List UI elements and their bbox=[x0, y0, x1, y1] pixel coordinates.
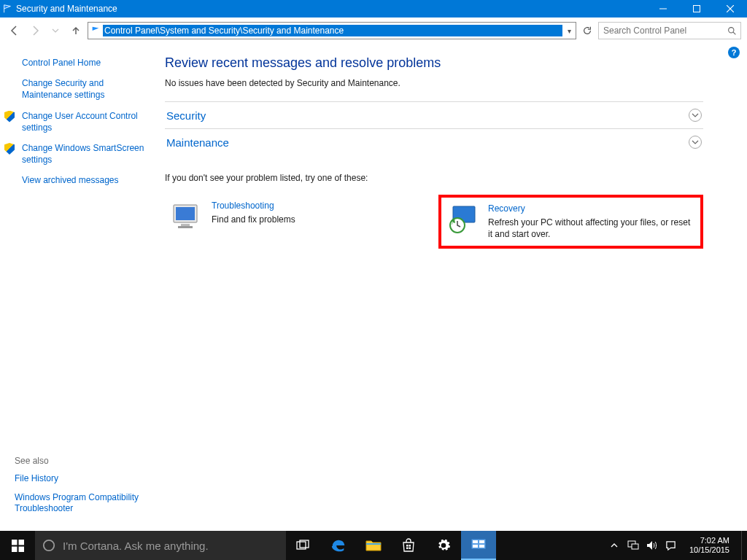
show-desktop-button[interactable] bbox=[741, 531, 746, 560]
troubleshooting-icon bbox=[171, 201, 203, 233]
sidebar: Control Panel Home Change Security and M… bbox=[0, 44, 158, 531]
taskbar-pinned bbox=[286, 531, 496, 560]
close-button[interactable] bbox=[713, 0, 747, 18]
taskbar-search[interactable]: I'm Cortana. Ask me anything. bbox=[35, 531, 286, 560]
search-input[interactable] bbox=[599, 26, 723, 36]
svg-point-4 bbox=[728, 27, 733, 32]
recovery-icon bbox=[447, 203, 479, 236]
address-dropdown[interactable]: ▾ bbox=[562, 27, 576, 35]
address-path[interactable]: Control Panel\System and Security\Securi… bbox=[103, 25, 562, 36]
svg-rect-15 bbox=[18, 546, 23, 551]
store-icon[interactable] bbox=[391, 531, 426, 560]
minimize-button[interactable] bbox=[646, 0, 680, 18]
svg-rect-28 bbox=[479, 545, 484, 548]
settings-icon[interactable] bbox=[426, 531, 461, 560]
edge-icon[interactable] bbox=[321, 531, 356, 560]
tile-recovery-link[interactable]: Recovery bbox=[488, 203, 525, 214]
task-view-button[interactable] bbox=[286, 531, 321, 560]
help-icon[interactable]: ? bbox=[728, 47, 740, 58]
svg-rect-22 bbox=[406, 548, 409, 550]
action-center-icon[interactable] bbox=[665, 540, 678, 551]
sidebar-item-change-settings[interactable]: Change Security and Maintenance settings bbox=[15, 77, 149, 101]
clock[interactable]: 7:02 AM 10/15/2015 bbox=[684, 536, 735, 554]
svg-rect-30 bbox=[632, 544, 638, 549]
page-subtext: No issues have been detected by Security… bbox=[165, 78, 703, 88]
svg-rect-9 bbox=[178, 226, 193, 228]
address-bar[interactable]: Control Panel\System and Security\Securi… bbox=[88, 22, 576, 39]
maximize-button[interactable] bbox=[680, 0, 713, 18]
sidebar-item-uac[interactable]: Change User Account Control settings bbox=[15, 110, 149, 133]
back-button[interactable] bbox=[6, 22, 23, 39]
svg-rect-26 bbox=[479, 540, 484, 543]
window-titlebar: Security and Maintenance bbox=[0, 0, 747, 18]
forward-button[interactable] bbox=[26, 22, 44, 39]
tray-overflow-icon[interactable] bbox=[608, 542, 621, 549]
sidebar-item-smartscreen[interactable]: Change Windows SmartScreen settings bbox=[15, 142, 149, 166]
svg-rect-25 bbox=[473, 540, 478, 543]
section-security[interactable]: Security bbox=[165, 101, 703, 128]
try-header: If you don't see your problem listed, tr… bbox=[165, 173, 703, 183]
section-maintenance[interactable]: Maintenance bbox=[165, 128, 703, 155]
svg-rect-13 bbox=[18, 540, 23, 545]
svg-rect-14 bbox=[12, 546, 17, 551]
svg-rect-27 bbox=[473, 545, 478, 548]
content-area: ? Control Panel Home Change Security and… bbox=[0, 44, 747, 531]
chevron-down-icon bbox=[689, 109, 702, 122]
see-also-header: See also bbox=[15, 456, 146, 466]
system-tray: 7:02 AM 10/15/2015 bbox=[608, 531, 747, 560]
svg-point-16 bbox=[44, 540, 54, 551]
start-button[interactable] bbox=[0, 531, 35, 560]
cortana-icon bbox=[42, 539, 55, 552]
tile-recovery-desc: Refresh your PC without affecting your f… bbox=[488, 217, 694, 240]
location-icon bbox=[88, 26, 103, 36]
main-panel: Review recent messages and resolve probl… bbox=[158, 44, 747, 531]
tile-troubleshooting[interactable]: Troubleshooting Find and fix problems bbox=[165, 195, 424, 249]
section-security-label: Security bbox=[166, 109, 206, 122]
refresh-button[interactable] bbox=[579, 23, 595, 39]
svg-rect-1 bbox=[694, 6, 700, 12]
taskbar-search-placeholder: I'm Cortana. Ask me anything. bbox=[63, 540, 209, 552]
window-title: Security and Maintenance bbox=[15, 4, 646, 14]
option-tiles: Troubleshooting Find and fix problems Re… bbox=[165, 195, 703, 249]
svg-rect-23 bbox=[409, 548, 411, 550]
see-also: See also File History Windows Program Co… bbox=[15, 456, 146, 522]
clock-time: 7:02 AM bbox=[689, 536, 729, 545]
sidebar-item-home[interactable]: Control Panel Home bbox=[15, 57, 149, 69]
see-also-file-history[interactable]: File History bbox=[15, 473, 146, 485]
volume-icon[interactable] bbox=[646, 540, 659, 551]
page-heading: Review recent messages and resolve probl… bbox=[165, 55, 703, 71]
svg-rect-12 bbox=[12, 540, 17, 545]
nav-toolbar: Control Panel\System and Security\Securi… bbox=[0, 18, 747, 44]
clock-date: 10/15/2015 bbox=[689, 545, 729, 555]
svg-rect-8 bbox=[181, 224, 190, 226]
section-maintenance-label: Maintenance bbox=[166, 136, 229, 149]
svg-rect-21 bbox=[409, 545, 411, 547]
search-icon[interactable] bbox=[723, 26, 740, 36]
svg-rect-19 bbox=[366, 543, 381, 545]
chevron-down-icon bbox=[689, 136, 702, 149]
svg-rect-7 bbox=[176, 207, 195, 220]
tile-troubleshooting-link[interactable]: Troubleshooting bbox=[212, 201, 274, 211]
tile-troubleshooting-desc: Find and fix problems bbox=[212, 214, 295, 225]
see-also-compat-troubleshooter[interactable]: Windows Program Compatibility Troublesho… bbox=[15, 492, 146, 515]
sidebar-item-archived[interactable]: View archived messages bbox=[15, 174, 149, 186]
control-panel-taskbar-icon[interactable] bbox=[461, 531, 496, 560]
recent-locations-button[interactable] bbox=[47, 22, 64, 39]
app-icon bbox=[0, 4, 15, 14]
up-button[interactable] bbox=[67, 22, 85, 39]
tile-recovery[interactable]: Recovery Refresh your PC without affecti… bbox=[438, 195, 703, 249]
network-icon[interactable] bbox=[627, 540, 640, 551]
search-box[interactable] bbox=[598, 22, 741, 39]
file-explorer-icon[interactable] bbox=[356, 531, 391, 560]
svg-line-5 bbox=[733, 32, 735, 34]
taskbar: I'm Cortana. Ask me anything. 7:02 AM 10… bbox=[0, 531, 747, 560]
svg-rect-20 bbox=[406, 545, 409, 547]
